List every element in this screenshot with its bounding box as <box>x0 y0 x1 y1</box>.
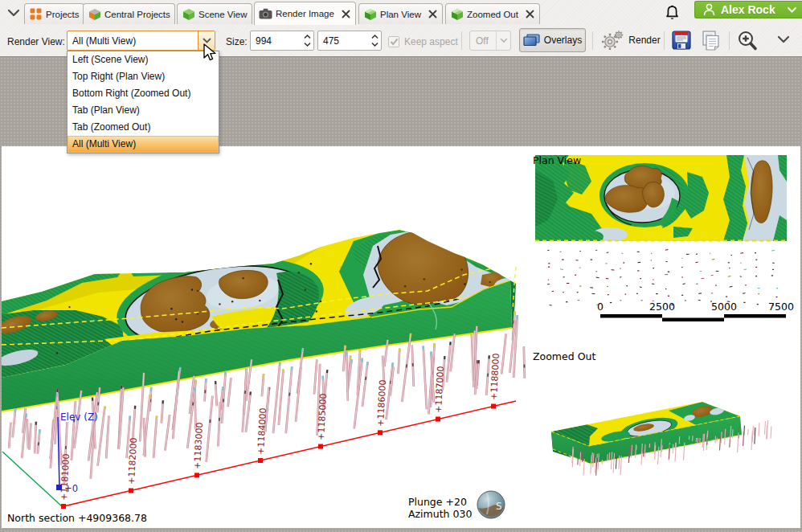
scene-view-panel: +1181000 +1182000 +1183000 +1184000 +118… <box>2 230 525 524</box>
tab-label: Zoomed Out <box>467 10 518 19</box>
svg-text:+1185000: +1185000 <box>316 393 329 440</box>
user-icon <box>703 3 715 16</box>
copy-icon <box>698 31 720 51</box>
user-menu-chevron-icon <box>787 6 797 14</box>
compass-ball[interactable]: S <box>477 491 505 518</box>
height-spinbox[interactable]: 475 <box>317 31 382 51</box>
tab-projects[interactable]: Projects <box>24 3 84 24</box>
svg-text:+1186000: +1186000 <box>375 379 388 427</box>
save-image-button[interactable] <box>672 31 691 53</box>
svg-text:+1182000: +1182000 <box>126 437 139 485</box>
toolbar-separator <box>729 31 730 50</box>
tab-label: Scene View <box>198 10 248 19</box>
overlay-mode-value: Off <box>470 35 496 47</box>
toolbar-separator <box>664 31 665 50</box>
toolbar-separator <box>461 31 462 50</box>
overlays-icon <box>523 34 540 47</box>
render-label: Render <box>628 35 660 46</box>
svg-text:+1184000: +1184000 <box>256 407 268 455</box>
dropdown-option[interactable]: Bottom Right (Zoomed Out) <box>68 85 219 102</box>
svg-text:+1187000: +1187000 <box>433 366 446 413</box>
tab-central-projects[interactable]: Central Projects <box>83 3 175 24</box>
render-view-label: Render View: <box>7 36 65 47</box>
plan-drillhole-specks <box>547 250 778 306</box>
elev-zero-marker <box>56 485 62 490</box>
zoom-button[interactable] <box>737 31 759 55</box>
tab-bar: Projects Central Projects Scene View <box>0 0 802 24</box>
central-projects-cube-icon <box>88 8 101 21</box>
dropdown-option[interactable]: Tab (Zoomed Out) <box>68 119 219 136</box>
tab-overflow-chevron-icon[interactable] <box>6 6 21 19</box>
azimuth-label: Azimuth 030 <box>408 508 472 520</box>
spinner-arrows-icon[interactable] <box>301 31 313 50</box>
overlay-mode-dropdown[interactable]: Off <box>469 31 511 51</box>
svg-text:+1188000: +1188000 <box>489 353 501 400</box>
mini-model <box>551 402 742 464</box>
height-value: 475 <box>318 35 369 47</box>
overlays-toggle-button[interactable]: Overlays <box>519 28 586 52</box>
render-gears-icon <box>601 31 624 50</box>
mouse-cursor <box>203 43 221 66</box>
tab-render-image[interactable]: Render Image <box>254 2 356 25</box>
svg-text:2500: 2500 <box>649 301 675 313</box>
tab-scene-view[interactable]: Scene View <box>177 3 252 24</box>
overlays-label: Overlays <box>544 35 582 46</box>
tab-label: Render Image <box>276 9 334 18</box>
size-label: Size: <box>226 36 248 47</box>
dropdown-option[interactable]: Top Right (Plan View) <box>68 68 219 85</box>
plunge-label: Plunge +20 <box>408 496 467 508</box>
keep-aspect-label: Keep aspect <box>404 36 458 47</box>
elev-zero-label: +0 <box>64 483 78 494</box>
elev-axis-label: Elev (Z) <box>60 411 98 423</box>
plan-view-panel: Plan View 0 2500 5000 7500 <box>533 154 794 321</box>
svg-text:5000: 5000 <box>711 301 737 313</box>
svg-text:+1183000: +1183000 <box>192 422 205 469</box>
close-icon[interactable] <box>525 9 535 19</box>
zoom-in-icon <box>737 31 759 51</box>
notifications-bell-icon[interactable] <box>665 5 680 21</box>
rendered-image[interactable]: +1181000 +1182000 +1183000 +1184000 +118… <box>2 146 800 528</box>
render-view-combobox[interactable]: All (Multi View) <box>67 31 215 51</box>
zoomed-out-title: Zoomed Out <box>533 350 595 362</box>
save-icon <box>672 31 691 50</box>
close-icon[interactable] <box>341 9 351 19</box>
dropdown-option[interactable]: Left (Scene View) <box>68 51 219 68</box>
combo-chevron-icon <box>496 31 510 50</box>
tab-label: Projects <box>46 10 80 19</box>
keep-aspect-checkbox[interactable] <box>388 36 399 47</box>
compass-south-letter: S <box>496 501 502 512</box>
tab-label: Plan View <box>380 10 421 19</box>
tab-label: Central Projects <box>104 10 170 19</box>
svg-text:7500: 7500 <box>768 301 794 313</box>
view-cube-icon <box>450 8 464 21</box>
scene-cube-icon <box>182 8 195 21</box>
tab-zoomed-out[interactable]: Zoomed Out <box>445 3 540 24</box>
view-cube-icon <box>363 8 377 21</box>
copy-image-button[interactable] <box>698 31 720 54</box>
svg-text:0: 0 <box>597 301 604 313</box>
north-axis-line <box>2 452 63 507</box>
toolbar-more-chevron-icon[interactable] <box>775 35 792 49</box>
application-window: Projects Central Projects Scene View <box>0 0 802 532</box>
width-spinbox[interactable]: 994 <box>250 31 314 51</box>
user-account-button[interactable]: Alex Rock <box>694 1 802 18</box>
projects-grid-icon <box>29 8 43 21</box>
close-icon[interactable] <box>428 9 438 19</box>
plan-view-title: Plan View <box>533 154 581 166</box>
width-value: 994 <box>251 35 301 47</box>
plan-scale-bar: 0 2500 5000 7500 <box>597 301 794 321</box>
render-view-dropdown-list: Left (Scene View) Top Right (Plan View) … <box>67 51 219 153</box>
render-button[interactable]: Render <box>596 28 665 52</box>
user-name: Alex Rock <box>721 3 781 16</box>
tab-plan-view[interactable]: Plan View <box>358 3 443 24</box>
dropdown-option-selected[interactable]: All (Multi View) <box>68 136 219 153</box>
render-image-canvas: +1181000 +1182000 +1183000 +1184000 +118… <box>2 146 800 528</box>
camera-icon <box>259 7 272 20</box>
zoomed-out-panel: Zoomed Out <box>533 350 771 476</box>
dropdown-option[interactable]: Tab (Plan View) <box>68 102 219 119</box>
spinner-arrows-icon[interactable] <box>369 31 381 50</box>
toolbar-separator <box>592 31 593 50</box>
north-section-label: North section +4909368.78 <box>7 512 147 524</box>
render-view-value: All (Multi View) <box>68 35 198 47</box>
